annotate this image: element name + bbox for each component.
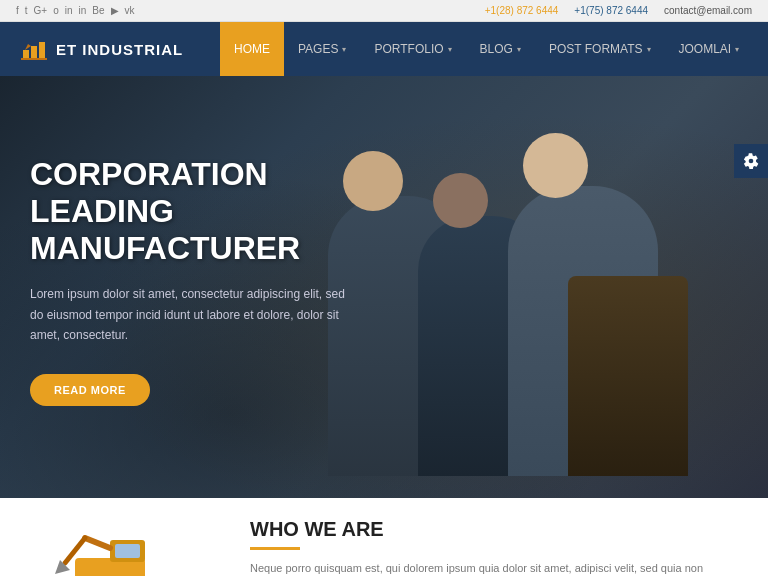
main-nav: HOME PAGES ▾ PORTFOLIO ▾ BLOG ▾ POST FOR… — [220, 22, 768, 76]
hero-description: Lorem ipsum dolor sit amet, consectetur … — [30, 284, 350, 345]
head-1 — [343, 151, 403, 211]
head-2 — [433, 173, 488, 228]
hero-section: CORPORATION LEADING MANUFACTURER Lorem i… — [0, 76, 768, 498]
top-bar: f t G+ o in in Be ▶ vk +1(28) 872 6444 +… — [0, 0, 768, 22]
linkedin2-icon[interactable]: in — [79, 5, 87, 16]
svg-rect-3 — [21, 58, 47, 60]
svg-rect-2 — [39, 42, 45, 60]
nav-k2-blog[interactable]: K2 BLOG ▾ — [753, 22, 768, 76]
nav-blog[interactable]: BLOG ▾ — [466, 22, 535, 76]
logo-icon — [20, 35, 48, 63]
fax-number: +1(75) 872 6444 — [574, 5, 648, 16]
main-header: ET INDUSTRIAL HOME PAGES ▾ PORTFOLIO ▾ B… — [0, 22, 768, 76]
behance-icon[interactable]: Be — [92, 5, 104, 16]
youtube-icon[interactable]: ▶ — [111, 5, 119, 16]
nav-home[interactable]: HOME — [220, 22, 284, 76]
excavator-section — [0, 518, 220, 576]
pages-arrow: ▾ — [342, 45, 346, 54]
post-formats-arrow: ▾ — [647, 45, 651, 54]
who-we-are-description: Neque porro quisquam est, qui dolorem ip… — [250, 560, 738, 576]
svg-marker-4 — [25, 44, 31, 50]
machinery — [568, 276, 688, 476]
logo-industrial: INDUSTRIAL — [82, 41, 183, 58]
twitter-icon[interactable]: t — [25, 5, 28, 16]
hero-title: CORPORATION LEADING MANUFACTURER — [30, 156, 350, 266]
blog-arrow: ▾ — [517, 45, 521, 54]
linkedin-icon[interactable]: in — [65, 5, 73, 16]
email-address[interactable]: contact@email.com — [664, 5, 752, 16]
svg-rect-1 — [31, 46, 37, 60]
logo-text: ET INDUSTRIAL — [56, 41, 183, 58]
head-3 — [523, 133, 588, 198]
social-links: f t G+ o in in Be ▶ vk — [16, 5, 135, 16]
portfolio-arrow: ▾ — [448, 45, 452, 54]
vk-icon[interactable]: vk — [125, 5, 135, 16]
nav-pages[interactable]: PAGES ▾ — [284, 22, 360, 76]
facebook-icon[interactable]: f — [16, 5, 19, 16]
below-fold-section: WHO WE ARE Neque porro quisquam est, qui… — [0, 498, 768, 576]
who-we-are-title: WHO WE ARE — [250, 518, 738, 541]
svg-rect-7 — [115, 544, 140, 558]
settings-button[interactable] — [734, 144, 768, 178]
logo-area: ET INDUSTRIAL — [0, 22, 220, 76]
read-more-button[interactable]: READ MORE — [30, 374, 150, 406]
contact-info: +1(28) 872 6444 +1(75) 872 6444 contact@… — [485, 5, 752, 16]
joomlai-arrow: ▾ — [735, 45, 739, 54]
nav-post-formats[interactable]: POST FORMATS ▾ — [535, 22, 665, 76]
nav-joomlai[interactable]: JOOMLAI ▾ — [665, 22, 754, 76]
pinterest-icon[interactable]: o — [53, 5, 59, 16]
phone-number[interactable]: +1(28) 872 6444 — [485, 5, 559, 16]
googleplus-icon[interactable]: G+ — [34, 5, 48, 16]
who-we-are-section: WHO WE ARE Neque porro quisquam est, qui… — [220, 518, 768, 576]
excavator-image — [55, 518, 185, 576]
svg-line-8 — [85, 538, 110, 548]
logo-et: ET — [56, 41, 82, 58]
section-underline — [250, 547, 300, 550]
nav-portfolio[interactable]: PORTFOLIO ▾ — [360, 22, 465, 76]
hero-content: CORPORATION LEADING MANUFACTURER Lorem i… — [30, 156, 350, 406]
